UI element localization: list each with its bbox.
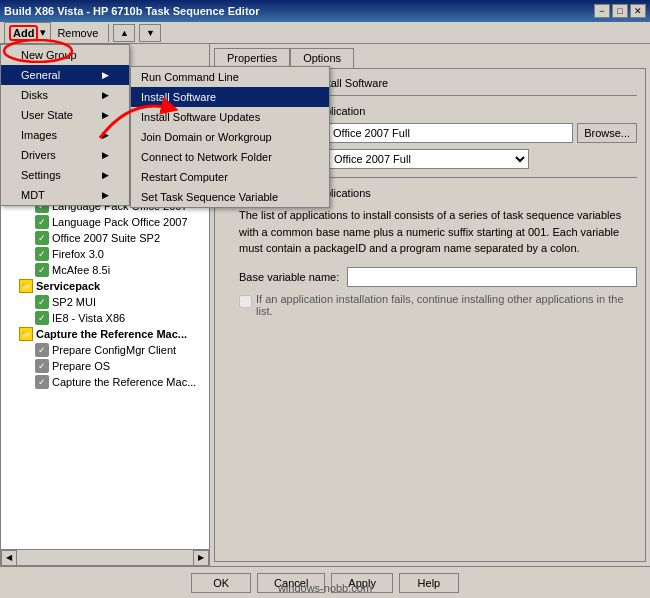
- mdt-arrow: ▶: [102, 190, 109, 200]
- add-disks[interactable]: Disks ▶: [1, 85, 129, 105]
- set-task-seq-label: Set Task Sequence Variable: [141, 191, 278, 203]
- watermark-text: windows-nobb.com: [278, 582, 372, 594]
- tree-item-lang-pack-2[interactable]: ✓ Language Pack Office 2007: [3, 214, 207, 230]
- join-domain[interactable]: Join Domain or Workgroup: [131, 127, 329, 147]
- tabs: Properties Options: [214, 48, 646, 68]
- install-software-updates[interactable]: Install Software Updates: [131, 107, 329, 127]
- check-icon: ✓: [35, 295, 49, 309]
- capture-folder-label: Capture the Reference Mac...: [36, 328, 187, 340]
- add-dropdown-menu: New Group General ▶ Disks ▶ User State ▶…: [0, 44, 130, 206]
- settings-arrow: ▶: [102, 170, 109, 180]
- ie8-label: IE8 - Vista X86: [52, 312, 125, 324]
- capture-ref-label: Capture the Reference Mac...: [52, 376, 196, 388]
- check-icon: ✓: [35, 231, 49, 245]
- base-var-label: Base variable name:: [239, 271, 339, 283]
- checkbox-label: If an application installation fails, co…: [256, 293, 637, 317]
- run-command-line-label: Run Command Line: [141, 71, 239, 83]
- base-var-row: Base variable name:: [223, 267, 637, 287]
- tree-item-office-sp2[interactable]: ✓ Office 2007 Suite SP2: [3, 230, 207, 246]
- tree-item-ie8[interactable]: ✓ IE8 - Vista X86: [3, 310, 207, 326]
- add-dropdown-overlay: New Group General ▶ Disks ▶ User State ▶…: [0, 44, 130, 206]
- check-icon: ✓: [35, 311, 49, 325]
- checkbox-row: If an application installation fails, co…: [223, 293, 637, 317]
- add-new-group[interactable]: New Group: [1, 45, 129, 65]
- watermark: windows-nobb.com: [278, 582, 372, 594]
- scroll-right-arrow[interactable]: ▶: [193, 550, 209, 566]
- set-task-sequence-variable[interactable]: Set Task Sequence Variable: [131, 187, 329, 207]
- menu-bar: Add ▾ Remove ▲ ▼: [0, 22, 650, 44]
- package-input[interactable]: [329, 123, 573, 143]
- prepare-configmgr-label: Prepare ConfigMgr Client: [52, 344, 176, 356]
- program-select[interactable]: Office 2007 Full: [329, 149, 529, 169]
- scroll-track: [17, 550, 193, 565]
- general-label: General: [21, 69, 60, 81]
- restart-computer[interactable]: Restart Computer: [131, 167, 329, 187]
- prepare-os-label: Prepare OS: [52, 360, 110, 372]
- mcafee-label: McAfee 8.5i: [52, 264, 110, 276]
- connect-network[interactable]: Connect to Network Folder: [131, 147, 329, 167]
- general-arrow: ▶: [102, 70, 109, 80]
- general-submenu: Run Command Line Install Software Instal…: [130, 66, 330, 208]
- move-down-button[interactable]: ▼: [139, 24, 161, 42]
- tree-item-sp2-mui[interactable]: ✓ SP2 MUI: [3, 294, 207, 310]
- tree-item-servicepack-folder[interactable]: 📁 Servicepack: [3, 278, 207, 294]
- move-up-icon: ▲: [120, 28, 129, 38]
- drivers-arrow: ▶: [102, 150, 109, 160]
- tree-item-mcafee[interactable]: ✓ McAfee 8.5i: [3, 262, 207, 278]
- minimize-button[interactable]: −: [594, 4, 610, 18]
- office-sp2-label: Office 2007 Suite SP2: [52, 232, 160, 244]
- type-value: Install Software: [313, 77, 637, 89]
- tab-properties-label: Properties: [227, 52, 277, 64]
- browse-button[interactable]: Browse...: [577, 123, 637, 143]
- add-label: Add: [9, 25, 38, 41]
- base-var-input[interactable]: [347, 267, 637, 287]
- install-software-label: Install Software: [141, 91, 216, 103]
- tree-scrollbar[interactable]: ◀ ▶: [1, 549, 209, 565]
- maximize-button[interactable]: □: [612, 4, 628, 18]
- folder-open-icon: 📁: [19, 279, 33, 293]
- add-menu-button[interactable]: Add ▾: [4, 22, 51, 44]
- user-state-arrow: ▶: [102, 110, 109, 120]
- servicepack-folder-label: Servicepack: [36, 280, 100, 292]
- tree-item-prepare-os[interactable]: ✓ Prepare OS: [3, 358, 207, 374]
- add-general[interactable]: General ▶: [1, 65, 129, 85]
- images-label: Images: [21, 129, 57, 141]
- remove-menu-item[interactable]: Remove: [51, 25, 104, 41]
- tree-item-capture-ref[interactable]: ✓ Capture the Reference Mac...: [3, 374, 207, 390]
- check-icon: ✓: [35, 247, 49, 261]
- firefox-label: Firefox 3.0: [52, 248, 104, 260]
- scroll-left-arrow[interactable]: ◀: [1, 550, 17, 566]
- close-button[interactable]: ✕: [630, 4, 646, 18]
- install-software[interactable]: Install Software: [131, 87, 329, 107]
- add-drivers[interactable]: Drivers ▶: [1, 145, 129, 165]
- add-user-state[interactable]: User State ▶: [1, 105, 129, 125]
- check-icon: ✓: [35, 263, 49, 277]
- tab-properties[interactable]: Properties: [214, 48, 290, 68]
- check-icon: ✓: [35, 343, 49, 357]
- install-software-updates-label: Install Software Updates: [141, 111, 260, 123]
- tab-options[interactable]: Options: [290, 48, 354, 68]
- add-mdt[interactable]: MDT ▶: [1, 185, 129, 205]
- join-domain-label: Join Domain or Workgroup: [141, 131, 272, 143]
- window-controls: − □ ✕: [594, 4, 646, 18]
- title-bar: Build X86 Vista - HP 6710b Task Sequence…: [0, 0, 650, 22]
- tree-item-prepare-configmgr[interactable]: ✓ Prepare ConfigMgr Client: [3, 342, 207, 358]
- move-up-button[interactable]: ▲: [113, 24, 135, 42]
- images-arrow: ▶: [102, 130, 109, 140]
- ok-button[interactable]: OK: [191, 573, 251, 593]
- continue-checkbox[interactable]: [239, 295, 252, 308]
- add-dropdown-arrow: ▾: [40, 26, 46, 39]
- tree-item-firefox[interactable]: ✓ Firefox 3.0: [3, 246, 207, 262]
- add-images[interactable]: Images ▶: [1, 125, 129, 145]
- window-title: Build X86 Vista - HP 6710b Task Sequence…: [4, 5, 260, 17]
- mdt-label: MDT: [21, 189, 45, 201]
- drivers-label: Drivers: [21, 149, 56, 161]
- new-group-label: New Group: [21, 49, 77, 61]
- run-command-line[interactable]: Run Command Line: [131, 67, 329, 87]
- tree-item-capture-folder[interactable]: 📁 Capture the Reference Mac...: [3, 326, 207, 342]
- check-icon: ✓: [35, 215, 49, 229]
- connect-network-label: Connect to Network Folder: [141, 151, 272, 163]
- help-button[interactable]: Help: [399, 573, 459, 593]
- add-settings[interactable]: Settings ▶: [1, 165, 129, 185]
- folder-icon: 📁: [19, 327, 33, 341]
